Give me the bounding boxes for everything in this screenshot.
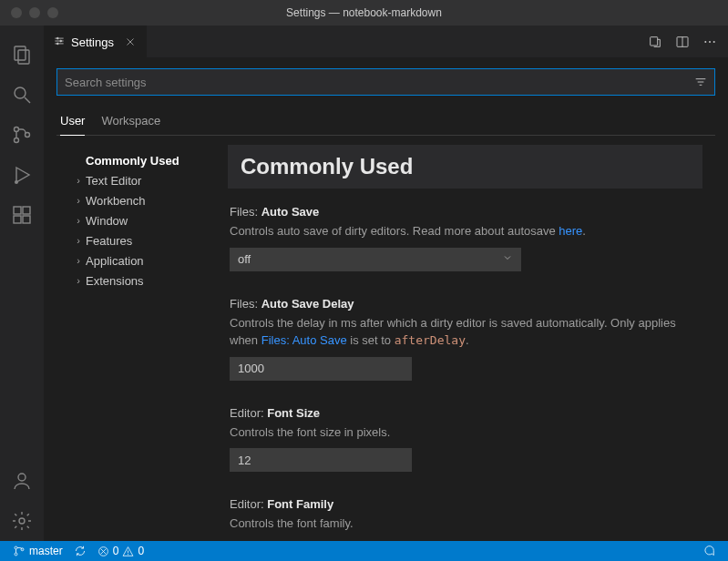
setting-description: Controls the font family. [230,515,702,533]
more-actions-icon[interactable] [702,35,717,49]
svg-point-25 [704,41,706,43]
explorer-icon[interactable] [0,35,44,75]
problems-status[interactable]: 0 0 [92,541,149,561]
setting-description: Controls auto save of dirty editors. Rea… [230,222,702,240]
setting-description: Controls the font size in pixels. [230,423,702,442]
tab-label: Settings [71,36,114,49]
sync-status[interactable] [68,541,92,561]
toc-application[interactable]: › Application [71,250,222,270]
settings-list[interactable]: Commonly Used Files: Auto Save Controls … [228,143,715,541]
svg-point-4 [15,128,19,132]
svg-point-32 [15,553,17,556]
chevron-right-icon: › [71,235,86,246]
svg-rect-8 [14,207,21,214]
svg-point-17 [56,37,58,39]
autosave-docs-link[interactable]: here [559,224,582,238]
warning-count: 0 [138,545,144,557]
split-editor-icon[interactable] [675,35,690,49]
settings-toc: Commonly Used › Text Editor › Workbench … [56,143,228,541]
scope-tab-user[interactable]: User [60,108,85,136]
toc-extensions[interactable]: › Extensions [71,270,222,291]
auto-save-setting-link[interactable]: Files: Auto Save [261,333,347,347]
chevron-down-icon [502,252,513,266]
toc-workbench[interactable]: › Workbench [71,190,222,210]
minimize-window-button[interactable] [29,7,40,18]
source-control-icon[interactable] [0,115,44,155]
scope-tabs: User Workspace [56,108,715,136]
auto-save-select[interactable]: off [230,248,521,271]
open-settings-json-icon[interactable] [648,35,662,49]
chevron-right-icon: › [71,275,86,286]
branch-name: master [29,545,63,557]
chevron-right-icon: › [71,255,86,266]
svg-point-27 [713,41,715,43]
svg-rect-0 [15,46,26,60]
svg-rect-22 [651,36,658,45]
svg-point-31 [15,546,17,549]
extensions-icon[interactable] [0,195,44,235]
zoom-window-button[interactable] [47,7,58,18]
svg-point-13 [19,518,25,524]
svg-rect-10 [14,216,21,223]
setting-editor-font-family: Editor: Font Family Controls the font fa… [228,497,702,533]
toc-window[interactable]: › Window [71,210,222,230]
error-count: 0 [113,545,119,557]
titlebar: Settings — notebook-markdown [0,0,728,26]
toc-features[interactable]: › Features [71,230,222,250]
scope-tab-workspace[interactable]: Workspace [101,108,160,135]
font-size-input[interactable] [230,448,412,472]
run-debug-icon[interactable] [0,155,44,195]
window-title: Settings — notebook-markdown [286,6,442,19]
window-controls [0,7,58,18]
enum-value: afterDelay [395,333,466,347]
svg-point-5 [15,138,19,143]
chevron-right-icon: › [71,195,86,206]
toc-text-editor[interactable]: › Text Editor [71,170,222,190]
tab-settings[interactable]: Settings [44,26,147,57]
close-window-button[interactable] [11,7,22,18]
git-branch-status[interactable]: master [7,541,68,561]
svg-rect-9 [23,207,30,214]
setting-files-auto-save-delay: Files: Auto Save Delay Controls the dela… [228,297,702,381]
auto-save-delay-input[interactable] [230,357,412,381]
svg-point-7 [15,180,18,184]
setting-title: Editor: Font Size [230,406,702,420]
manage-gear-icon[interactable] [0,501,44,541]
setting-editor-font-size: Editor: Font Size Controls the font size… [228,406,702,473]
close-tab-icon[interactable] [123,35,138,49]
section-header: Commonly Used [228,145,702,189]
svg-point-19 [56,43,58,45]
search-icon[interactable] [0,75,44,115]
settings-search-container [56,68,715,96]
chevron-right-icon: › [71,215,86,226]
svg-point-26 [709,41,711,43]
svg-line-3 [25,97,30,103]
select-value: off [238,252,251,266]
chevron-right-icon: › [71,175,86,186]
status-bar: master 0 0 [0,541,728,561]
setting-title: Files: Auto Save [230,205,702,219]
toc-commonly-used[interactable]: Commonly Used [71,150,222,170]
filter-icon[interactable] [692,74,709,90]
svg-point-38 [128,554,129,555]
setting-description: Controls the delay in ms after which a d… [230,314,702,350]
activity-bar [0,26,44,541]
setting-files-auto-save: Files: Auto Save Controls auto save of d… [228,205,702,271]
accounts-icon[interactable] [0,461,44,501]
settings-search-input[interactable] [65,76,692,89]
svg-point-2 [15,87,26,98]
svg-point-6 [26,133,30,138]
editor-tab-bar: Settings [44,26,728,57]
setting-title: Editor: Font Family [230,497,702,511]
svg-point-12 [18,474,26,481]
svg-rect-11 [23,216,30,223]
svg-rect-1 [18,50,29,64]
settings-tab-icon [53,35,66,50]
feedback-icon[interactable] [697,545,721,557]
svg-point-18 [60,40,62,42]
setting-title: Files: Auto Save Delay [230,297,702,311]
